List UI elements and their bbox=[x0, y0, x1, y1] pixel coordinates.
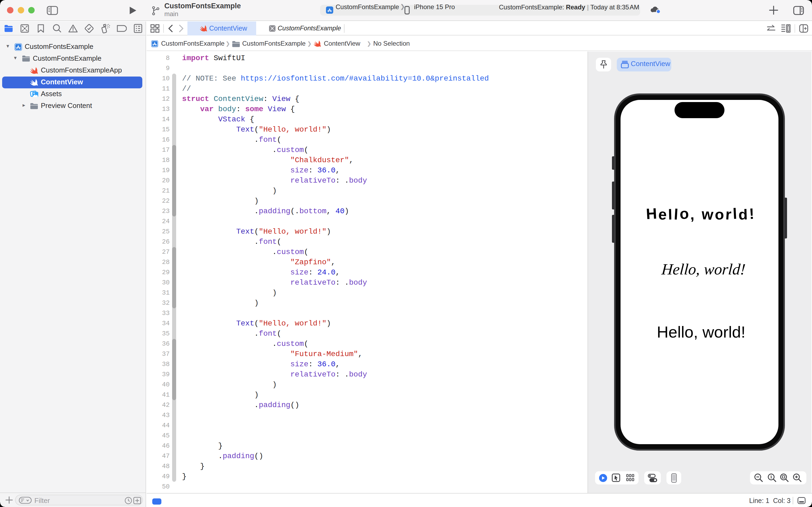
svg-text:1: 1 bbox=[770, 474, 772, 479]
